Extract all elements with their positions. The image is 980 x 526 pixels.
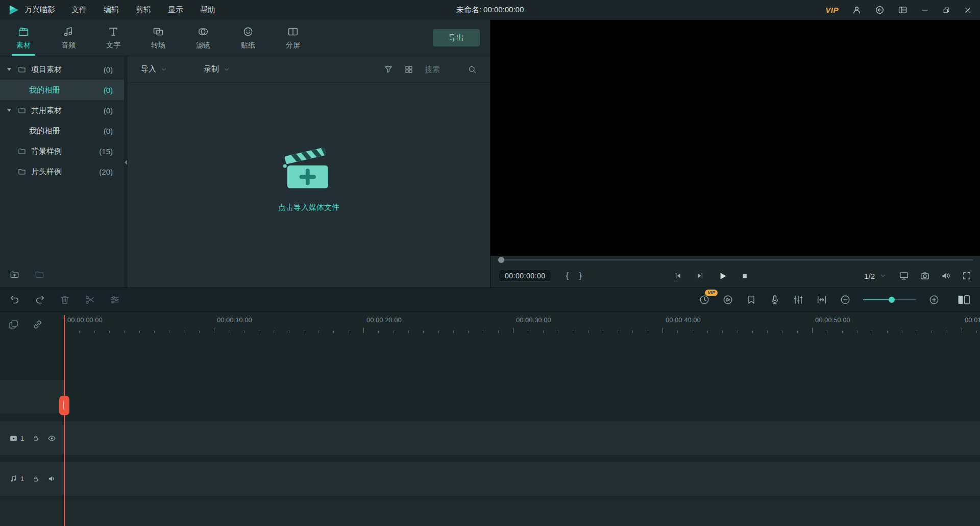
sidebar-item[interactable]: 我的相册(0) xyxy=(0,121,124,141)
fullscreen-icon[interactable] xyxy=(962,271,972,281)
sidebar-item[interactable]: 我的相册(0) xyxy=(0,80,124,100)
minimize-button[interactable] xyxy=(921,6,929,14)
new-folder-icon[interactable] xyxy=(9,270,20,279)
timeline-ruler[interactable]: 00:00:00:0000:00:10:0000:00:20:0000:00:3… xyxy=(64,315,980,334)
ruler-tick xyxy=(124,330,125,333)
menu-items: 文件编辑剪辑显示帮助 xyxy=(71,5,215,15)
sidebar-item[interactable]: 共用素材(0) xyxy=(0,100,124,121)
expand-arrow-icon[interactable] xyxy=(7,68,13,71)
menu-item[interactable]: 编辑 xyxy=(104,5,119,15)
playhead-handle[interactable] xyxy=(59,396,69,415)
seek-bar[interactable] xyxy=(491,256,980,264)
next-frame-button[interactable] xyxy=(696,272,704,280)
redo-icon[interactable] xyxy=(34,294,45,305)
sidebar-item[interactable]: 片头样例(20) xyxy=(0,161,124,182)
tab-text[interactable]: 文字 xyxy=(100,20,127,56)
timeline-zoom-slider[interactable] xyxy=(863,299,916,300)
mute-icon[interactable] xyxy=(47,474,56,483)
lock-icon[interactable] xyxy=(32,435,39,442)
ruler-tick xyxy=(318,330,319,333)
vip-badge[interactable]: VIP xyxy=(825,6,839,14)
properties-icon[interactable] xyxy=(109,294,120,305)
expand-arrow-icon[interactable] xyxy=(7,109,13,112)
tab-label: 音频 xyxy=(61,41,76,50)
menu-item[interactable]: 显示 xyxy=(168,5,183,15)
video-viewport[interactable] xyxy=(491,20,980,256)
seek-track[interactable] xyxy=(498,259,973,260)
mark-in-button[interactable]: { xyxy=(566,271,569,281)
zoom-in-icon[interactable] xyxy=(928,294,940,305)
play-button[interactable] xyxy=(718,271,727,281)
mark-out-button[interactable]: } xyxy=(579,271,582,281)
account-icon[interactable] xyxy=(852,5,862,15)
grid-view-icon[interactable] xyxy=(404,65,413,74)
previous-frame-button[interactable] xyxy=(674,272,682,280)
tab-filter[interactable]: 滤镜 xyxy=(190,20,216,56)
tab-splitscreen[interactable]: 分屏 xyxy=(280,20,306,56)
export-button[interactable]: 导出 xyxy=(433,29,480,46)
tab-media[interactable]: 素材 xyxy=(10,20,37,56)
ruler-tick xyxy=(94,330,95,333)
ruler-tick xyxy=(812,328,813,333)
manage-tracks-icon[interactable] xyxy=(8,319,19,330)
sidebar-item[interactable]: 背景样例(15) xyxy=(0,141,124,161)
ruler-tick xyxy=(333,330,334,333)
tab-audio[interactable]: 音频 xyxy=(55,20,82,56)
tab-transition[interactable]: 转场 xyxy=(145,20,172,56)
ruler-tick xyxy=(558,330,558,333)
eye-icon[interactable] xyxy=(47,434,56,443)
feedback-icon[interactable] xyxy=(875,5,885,15)
import-dropdown[interactable]: 导入 xyxy=(141,64,167,74)
folder-icon xyxy=(17,168,27,176)
stop-button[interactable] xyxy=(741,273,748,279)
split-icon[interactable] xyxy=(84,294,95,305)
playback-quality-dropdown[interactable]: 1/2 xyxy=(864,272,886,280)
ruler-tick xyxy=(842,330,843,333)
collapse-sidebar-icon[interactable] xyxy=(125,158,127,167)
folder-icon xyxy=(17,106,27,114)
menu-item[interactable]: 帮助 xyxy=(200,5,215,15)
close-button[interactable] xyxy=(964,6,972,14)
restore-button[interactable] xyxy=(942,6,950,14)
transport-controls xyxy=(674,271,748,281)
volume-icon[interactable] xyxy=(941,271,951,281)
undo-icon[interactable] xyxy=(9,294,20,305)
record-dropdown[interactable]: 录制 xyxy=(204,64,230,74)
seek-handle[interactable] xyxy=(498,257,504,263)
playhead[interactable] xyxy=(64,315,65,526)
snapshot-icon[interactable] xyxy=(920,271,930,281)
menu-item[interactable]: 剪辑 xyxy=(136,5,151,15)
sidebar-item[interactable]: 项目素材(0) xyxy=(0,59,124,80)
layout-icon[interactable] xyxy=(898,5,908,15)
sidebar-divider[interactable] xyxy=(124,56,128,288)
search-input[interactable] xyxy=(425,65,465,74)
fit-timeline-icon[interactable] xyxy=(816,294,827,305)
ruler-label: 00:00:10:00 xyxy=(217,316,252,324)
render-play-icon[interactable] xyxy=(722,294,733,305)
marker-icon[interactable] xyxy=(746,294,757,305)
zoom-slider-handle[interactable] xyxy=(889,297,895,303)
delete-folder-icon[interactable] xyxy=(34,270,45,279)
panel-layout-icon[interactable] xyxy=(957,294,971,305)
ruler-tick xyxy=(214,328,214,333)
ruler-tick xyxy=(782,330,782,333)
search-icon[interactable] xyxy=(468,65,477,74)
menu-item[interactable]: 文件 xyxy=(71,5,87,15)
zoom-out-icon[interactable] xyxy=(840,294,851,305)
ruler-tick xyxy=(663,328,663,333)
media-toolbar-right xyxy=(384,65,477,74)
import-media-dropzone[interactable]: 点击导入媒体文件 xyxy=(128,83,490,288)
link-clips-icon[interactable] xyxy=(32,319,43,330)
video-track-lane[interactable] xyxy=(0,421,980,456)
timeline-toolbar: VIP xyxy=(0,288,980,312)
display-device-icon[interactable] xyxy=(899,271,909,281)
tab-sticker[interactable]: 贴纸 xyxy=(235,20,261,56)
audio-mixer-icon[interactable] xyxy=(793,294,804,305)
delete-icon[interactable] xyxy=(59,294,70,305)
sticker-icon xyxy=(242,26,254,37)
filter-icon[interactable] xyxy=(384,65,393,74)
lock-icon[interactable] xyxy=(32,475,39,483)
voiceover-icon[interactable] xyxy=(769,294,780,305)
ruler-tick xyxy=(289,330,289,333)
audio-track-lane[interactable] xyxy=(0,461,980,496)
